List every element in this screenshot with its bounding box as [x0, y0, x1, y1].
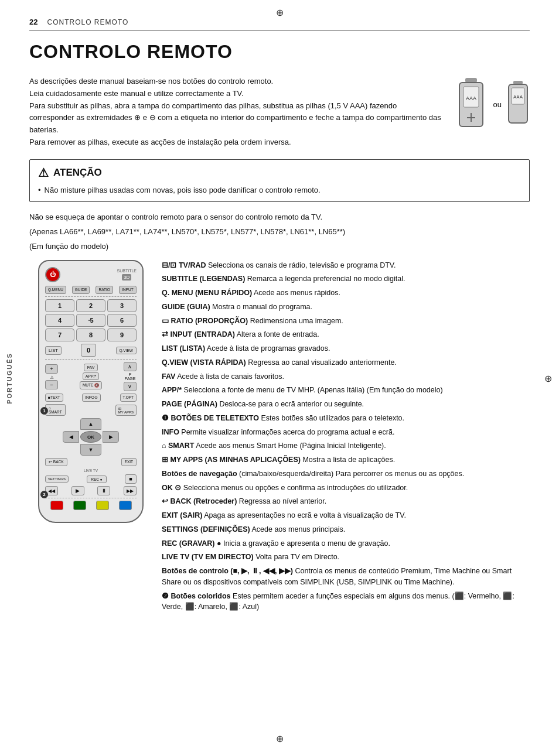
note-3: (Em função do modelo) [29, 241, 530, 253]
num-1-button[interactable]: 1 [45, 299, 74, 312]
desc-fav: FAV Acede à lista de canais favoritos. [162, 371, 530, 382]
desc-ok: OK ⊙ Selecciona menus ou opções e confir… [162, 483, 530, 494]
numpad: 1 2 3 4 ·5 6 7 8 9 [45, 299, 137, 341]
badge-2: 2 [40, 491, 48, 498]
qmenu-button[interactable]: Q.MENU [45, 286, 66, 294]
vol-up-button[interactable]: + [45, 364, 58, 374]
nav-empty-bl [63, 444, 79, 456]
warning-box: ⚠ ATENÇÃO •Não misture pilhas usadas com… [29, 159, 530, 203]
pause-button[interactable]: ⏸ [97, 486, 110, 495]
yellow-button[interactable] [96, 501, 109, 510]
media-row: ◀◀ ▶ ⏸ ▶▶ [45, 486, 137, 495]
page-label: PPAGE [125, 372, 136, 381]
warning-icon: ⚠ [38, 166, 49, 180]
vol-label: △ [50, 375, 53, 379]
num-6-button[interactable]: 6 [107, 314, 137, 327]
separator-2 [45, 359, 137, 360]
back-exit-row: ↩ BACK EXIT [45, 458, 137, 466]
num-9-button[interactable]: 9 [107, 329, 137, 341]
nav-right-button[interactable]: ▶ [103, 431, 119, 443]
spacer [84, 458, 105, 466]
back-button[interactable]: ↩ BACK [45, 458, 67, 466]
num-7-button[interactable]: 7 [45, 329, 74, 341]
desc-back: ↩ BACK (Retroceder) Regressa ao nível an… [162, 496, 530, 507]
desc-ratio: ▭ RATIO (PROPORÇÃO) Redimensiona uma ima… [162, 316, 530, 327]
rec-button[interactable]: REC ● [87, 476, 106, 483]
blue-button[interactable] [119, 501, 132, 510]
desc-tvrad: ⊟/⊡ TV/RAD Selecciona os canais de rádio… [162, 260, 530, 271]
green-button[interactable] [73, 501, 86, 510]
power-button[interactable]: ⏻ [45, 267, 60, 282]
play-button[interactable]: ▶ [71, 486, 84, 495]
exit-button[interactable]: EXIT [121, 458, 137, 466]
intro-p4: Para remover as pilhas, execute as acçõe… [29, 136, 442, 149]
reg-mark-right: ⊕ [544, 372, 552, 384]
num-2-button[interactable]: 2 [76, 299, 105, 312]
topt-button[interactable]: T.OPT [120, 394, 137, 402]
header-section-title: CONTROLO REMOTO [47, 18, 128, 26]
desc-settings: SETTINGS (DEFINIÇÕES) Acede aos menus pr… [162, 524, 530, 535]
stop-button[interactable]: ■ [125, 474, 137, 484]
myapps-button[interactable]: ⊞MY APPS [115, 405, 137, 416]
ratio-button[interactable]: RATIO [96, 286, 113, 294]
intro-block: As descrições deste manual baseiam-se no… [29, 76, 530, 149]
svg-text:AAA: AAA [513, 94, 523, 100]
svg-text:AAA: AAA [466, 95, 476, 101]
vol-ch-section: + △ − FAV APP/* MUTE 🔇 ∧ PPAGE ∨ [45, 362, 137, 391]
desc-list: LIST (LISTA) Acede à lista de programas … [162, 343, 530, 354]
vol-column: + △ − [45, 364, 58, 389]
input-button[interactable]: INPUT [119, 286, 137, 294]
desc-exit: EXIT (SAIR) Apaga as apresentações no ec… [162, 510, 530, 521]
desc-input: ⇄ INPUT (ENTRADA) Altera a fonte de entr… [162, 329, 530, 340]
red-button[interactable] [50, 501, 63, 510]
reg-mark-top: ⊕ [276, 7, 284, 18]
settings-button[interactable]: SETTINGS [45, 476, 69, 483]
intro-text: As descrições deste manual baseiam-se no… [29, 76, 442, 149]
battery-svg-2: AAA [506, 81, 530, 128]
desc-myapps: ⊞ MY APPS (AS MINHAS APLICAÇÕES) Mostra … [162, 454, 530, 466]
guide-button[interactable]: GUIDE [72, 286, 90, 294]
nav-left-button[interactable]: ◀ [63, 431, 79, 443]
top-header: 22 CONTROLO REMOTO [29, 18, 530, 30]
desc-colorbtns: ❷ Botões coloridos Estes permitem aceder… [162, 591, 530, 613]
page-title: CONTROLO REMOTO [29, 41, 530, 63]
desc-control: Botões de controlo (■, ▶, ⏸, ◀◀, ▶▶) Con… [162, 566, 530, 588]
remote-top-right: SUBTITLE 3D [117, 269, 137, 280]
num-0-button[interactable]: 0 [81, 344, 96, 357]
battery-image: AAA ou AAA [454, 78, 530, 131]
page-up-button[interactable]: ∧ [124, 362, 137, 371]
app-button[interactable]: APP/* [83, 372, 100, 380]
ff-button[interactable]: ▶▶ [124, 486, 137, 495]
text-button[interactable]: ■TEXT [45, 394, 63, 402]
desc-app: APP/* Selecciona a fonte de menu de TV M… [162, 385, 530, 396]
desc-smart: ⌂ SMART Acede aos menus Smart Home (Pági… [162, 440, 530, 451]
settings-rec-row: SETTINGS REC ● ■ [45, 474, 137, 484]
num-5-button[interactable]: ·5 [76, 314, 105, 327]
info-button[interactable]: INFO⊙ [82, 394, 101, 402]
nav-cross: ▲ ◀ OK ▶ ▼ [45, 418, 137, 456]
livetv-row: LIVE TV [45, 468, 137, 473]
nav-up-button[interactable]: ▲ [80, 418, 101, 430]
main-content: ⏻ SUBTITLE 3D Q.MENU GUIDE RATIO INPUT [29, 260, 530, 616]
list-button[interactable]: LIST [45, 346, 62, 355]
list-row: LIST 0 Q.VIEW [45, 344, 137, 357]
svg-rect-0 [465, 78, 477, 83]
nav-down-button[interactable]: ▼ [80, 444, 101, 456]
vol-down-button[interactable]: − [45, 380, 58, 389]
note-2: (Apenas LA66**, LA69**, LA71**, LA74**, … [29, 226, 530, 238]
num-4-button[interactable]: 4 [45, 314, 74, 327]
smart-button[interactable]: ⌂SMART [45, 404, 66, 416]
warning-title: ⚠ ATENÇÃO [38, 166, 521, 180]
qview-button[interactable]: Q.VIEW [116, 347, 137, 354]
mute-button[interactable]: MUTE 🔇 [80, 381, 102, 389]
desc-subtitle: SUBTITLE (LEGENDAS) Remarca a legenda pr… [162, 273, 530, 285]
desc-nav: Botões de navegação (cima/baixo/esquerda… [162, 468, 530, 480]
num-3-button[interactable]: 3 [107, 299, 137, 312]
fav-button[interactable]: FAV [84, 364, 98, 371]
ok-button[interactable]: OK [80, 431, 101, 443]
num-8-button[interactable]: 8 [76, 329, 105, 341]
color-row [45, 501, 137, 510]
desc-guide: GUIDE (GUIA) Mostra o manual do programa… [162, 302, 530, 313]
page-down-button[interactable]: ∨ [124, 382, 137, 391]
desc-qview: Q.VIEW (VISTA RÁPIDA) Regressa ao canal … [162, 357, 530, 368]
